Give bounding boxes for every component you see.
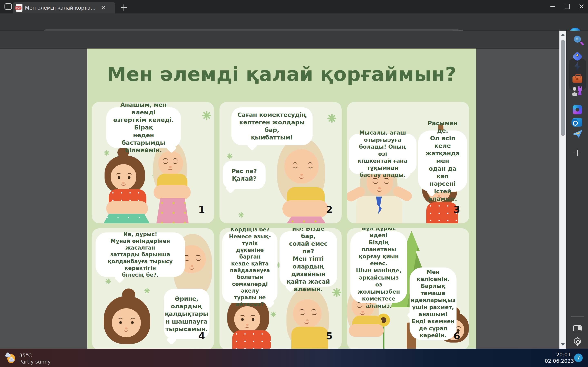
shopping-tag-icon — [572, 52, 583, 62]
panel-number: 5 — [326, 330, 333, 342]
tab-close-icon[interactable] — [101, 5, 106, 10]
panel-number: 1 — [198, 204, 205, 215]
speech-bubble: Бұл дұрыс идея! Біздің планетаны қорғау … — [350, 231, 407, 303]
notification-badge[interactable]: 7 — [574, 354, 583, 362]
window-minimize-button[interactable] — [547, 0, 559, 13]
comic-panel-2: Саған көмектесудің көптеген жолдары бар,… — [219, 102, 342, 223]
panel-number: 4 — [198, 330, 205, 342]
sidebar-drop-button[interactable] — [572, 128, 583, 140]
sparkle-icon — [238, 212, 244, 217]
sparkle-icon — [144, 288, 150, 293]
sidebar-outlook-button[interactable] — [572, 117, 583, 128]
tray-time: 20:01 — [545, 351, 571, 358]
sidebar-flash-app-button[interactable] — [572, 61, 583, 72]
speech-bubble: Иә! Бізде бар, солай емес пе? Мен тіпті … — [279, 231, 337, 287]
pdf-page: Мен әлемді қалай қорғаймын? — [87, 49, 476, 349]
sparkle-icon — [327, 114, 336, 123]
comic-panel-5: Көрдіңіз бе? Немесе азық-түлік дүкеніне … — [219, 228, 342, 349]
speech-bubble: Расымен де. Ол өсіп келе жатқанда мен од… — [418, 131, 467, 192]
comic-panel-6: Бұл дұрыс идея! Біздің планетаны қорғау … — [347, 228, 469, 349]
scroll-up-icon[interactable] — [561, 33, 565, 36]
weather-icon — [6, 353, 16, 364]
clock-widget[interactable]: 20:01 02.06.2023 — [545, 351, 571, 364]
sparkle-icon — [105, 278, 111, 284]
tab-strip: PDF Мен әлемді қалай қорғаймын.p — [0, 0, 588, 13]
pdf-toolbar: Нарисовать Прочесть вслух 1 из 3 — [0, 31, 559, 49]
tab-title: Мен әлемді қалай қорғаймын.p — [25, 5, 98, 11]
pdf-viewport: Мен әлемді қалай қорғаймын? — [0, 49, 559, 349]
panel-number: 2 — [326, 204, 333, 215]
sidebar-add-button[interactable] — [572, 147, 583, 159]
search-icon — [574, 36, 581, 43]
plus-icon — [574, 150, 580, 156]
sparkle-icon — [332, 288, 341, 297]
speech-bubble: Саған көмектесудің көптеген жолдары бар,… — [231, 107, 312, 145]
sidebar-tools-button[interactable] — [572, 74, 583, 85]
outlook-icon — [573, 118, 582, 127]
sidebar-games-button[interactable] — [572, 85, 583, 97]
scrollbar-thumb[interactable] — [561, 40, 565, 136]
speech-bubble: Көрдіңіз бе? Немесе азық-түлік дүкеніне … — [222, 231, 277, 303]
speech-bubble: Анашым, мен әлемді өзгерткім келеді. Бір… — [106, 107, 181, 148]
window-maximize-button[interactable] — [561, 0, 573, 13]
weather-condition: Partly sunny — [19, 359, 51, 365]
paper-plane-icon — [572, 130, 582, 138]
comic-title: Мен әлемді қалай қорғаймын? — [87, 63, 476, 85]
gear-icon — [574, 338, 581, 345]
chess-icon — [572, 86, 582, 96]
comic-panel-1: Анашым, мен әлемді өзгерткім келеді. Бір… — [92, 102, 214, 223]
sparkle-icon — [227, 153, 232, 159]
speech-bubble: Мен келісемін. Барлық тамаша идеяларыңыз… — [410, 267, 457, 340]
toolbox-icon — [572, 76, 582, 83]
vertical-scrollbar[interactable] — [559, 31, 566, 349]
scroll-down-icon[interactable] — [561, 343, 565, 346]
pdf-file-icon: PDF — [16, 4, 22, 12]
sidebar-divider — [571, 317, 584, 317]
sparkle-icon — [202, 111, 211, 120]
weather-widget[interactable]: 35°C Partly sunny — [6, 352, 51, 365]
panel-number: 3 — [453, 204, 460, 215]
edge-sidebar — [566, 31, 588, 349]
sparkle-icon — [270, 312, 276, 317]
panel-number: 6 — [453, 330, 460, 342]
sidebar-settings-button[interactable] — [572, 336, 583, 347]
lightning-icon — [573, 61, 581, 72]
comic-panel-4: Иә, дұрыс! Мұнай өнімдерінен жасалған за… — [92, 228, 214, 349]
weather-temp: 35°C — [19, 352, 51, 359]
speech-bubble: Иә, дұрыс! Мұнай өнімдерінен жасалған за… — [95, 233, 185, 277]
new-tab-button[interactable] — [121, 4, 127, 11]
sidebar-panel-toggle[interactable] — [572, 323, 583, 334]
sidebar-search-button[interactable] — [572, 33, 583, 45]
tab-actions-icon[interactable] — [4, 3, 12, 10]
sidebar-panel-icon — [573, 325, 582, 331]
notification-count: 7 — [574, 354, 583, 362]
active-tab[interactable]: PDF Мен әлемді қалай қорғаймын.p — [13, 2, 115, 13]
browser-toolbar: Файл C:/Users/aikaa/Downloads/Мен%20әлем… — [0, 13, 588, 31]
sparkle-icon — [104, 150, 109, 156]
sidebar-office-button[interactable] — [572, 104, 583, 115]
windows-taskbar: 35°C Partly sunny Поиск b Y Я Ps ҚАЗ 20:… — [0, 349, 588, 367]
speech-bubble: Мысалы, ағаш отырғызуға болады! Оның өзі… — [349, 134, 416, 174]
tray-date: 02.06.2023 — [545, 358, 571, 364]
window-close-button[interactable] — [575, 0, 588, 13]
speech-bubble: Рас па? Қалай? — [223, 161, 266, 189]
comic-panel-3: Мысалы, ағаш отырғызуға болады! Оның өзі… — [347, 102, 469, 223]
office-icon — [573, 105, 582, 114]
